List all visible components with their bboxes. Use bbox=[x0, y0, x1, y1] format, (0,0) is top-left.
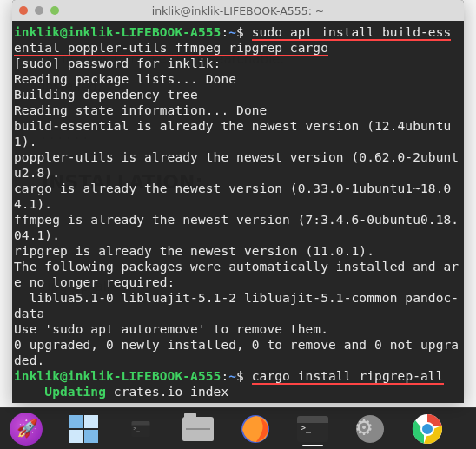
window-title: inklik@inklik-LIFEBOOK-A555: ~ bbox=[12, 4, 464, 17]
out-line: ripgrep is already the newest version (1… bbox=[14, 244, 374, 258]
prompt-dollar: $ bbox=[236, 25, 244, 39]
close-icon[interactable] bbox=[19, 6, 28, 15]
out-line: 0 upgraded, 0 newly installed, 0 to remo… bbox=[14, 338, 459, 367]
terminal-body[interactable]: inklik@inklik-LIFEBOOK-A555:~$ sudo apt … bbox=[12, 21, 464, 401]
tiles-icon bbox=[69, 415, 98, 443]
dock-terminal[interactable] bbox=[295, 412, 330, 446]
out-line: Reading package lists... Done bbox=[14, 72, 236, 86]
dock-terminal-small[interactable] bbox=[123, 412, 158, 446]
chrome-icon bbox=[412, 413, 443, 445]
prompt-user: inklik@inklik-LIFEBOOK-A555 bbox=[14, 25, 221, 39]
prompt-user: inklik@inklik-LIFEBOOK-A555 bbox=[14, 369, 221, 383]
terminal-icon bbox=[297, 416, 328, 442]
firefox-icon bbox=[239, 413, 272, 446]
dock-chrome[interactable] bbox=[410, 412, 445, 446]
svg-point-3 bbox=[422, 424, 433, 434]
gear-icon bbox=[356, 415, 384, 443]
out-line: Use 'sudo apt autoremove' to remove them… bbox=[14, 322, 328, 336]
prompt-sep: : bbox=[221, 25, 228, 39]
out-line: liblua5.1-0 libluajit-5.1-2 libluajit-5.… bbox=[14, 291, 459, 320]
maximize-icon[interactable] bbox=[50, 6, 59, 15]
command-2: cargo install ripgrep-all bbox=[252, 369, 444, 385]
out-line: [sudo] password for inklik: bbox=[14, 56, 221, 70]
active-indicator bbox=[302, 445, 323, 446]
dock-files[interactable] bbox=[181, 412, 215, 446]
terminal-icon bbox=[131, 421, 150, 437]
command-1-line1: sudo apt install build-ess bbox=[252, 25, 452, 41]
out-line: The following packages were automaticall… bbox=[14, 260, 459, 289]
rocket-icon bbox=[10, 413, 43, 446]
titlebar[interactable]: inklik@inklik-LIFEBOOK-A555: ~ bbox=[12, 0, 464, 21]
out-line: build-essential is already the newest ve… bbox=[14, 119, 451, 149]
out-line: Building dependency tree bbox=[14, 88, 198, 102]
updating-rest: crates.io index bbox=[106, 385, 228, 399]
out-line: Reading state information... Done bbox=[14, 103, 267, 117]
out-line: cargo is already the newest version (0.3… bbox=[14, 182, 451, 211]
dock-settings[interactable] bbox=[353, 412, 387, 446]
dock-show-apps[interactable] bbox=[66, 412, 101, 446]
folder-icon bbox=[182, 417, 214, 441]
minimize-icon[interactable] bbox=[35, 6, 43, 15]
dock-launcher[interactable] bbox=[9, 412, 43, 446]
out-line: ffmpeg is already the newest version (7:… bbox=[14, 213, 459, 242]
prompt-path: ~ bbox=[228, 25, 236, 39]
updating-label: Updating bbox=[44, 385, 106, 399]
command-1-line2: ential poppler-utils ffmpeg ripgrep carg… bbox=[14, 41, 328, 56]
dock-firefox[interactable] bbox=[238, 412, 273, 446]
out-line: poppler-utils is already the newest vers… bbox=[14, 150, 459, 180]
window-controls bbox=[19, 6, 59, 15]
dock[interactable] bbox=[0, 407, 476, 449]
terminal-window[interactable]: inklik@inklik-LIFEBOOK-A555: ~ inklik@in… bbox=[12, 0, 464, 403]
